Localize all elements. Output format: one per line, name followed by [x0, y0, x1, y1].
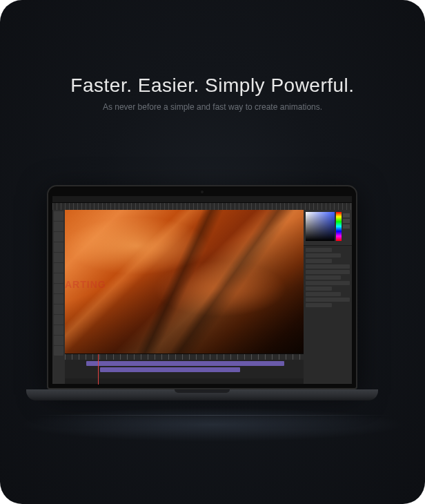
color-field[interactable]	[306, 212, 335, 241]
zoom-tool-icon[interactable]	[54, 346, 63, 356]
eraser-tool-icon[interactable]	[54, 284, 63, 293]
timeline-tracks	[65, 360, 304, 378]
laptop-mockup: ARTING	[47, 185, 378, 400]
shape-tool-icon[interactable]	[54, 325, 63, 335]
color-panel	[304, 210, 352, 246]
layer-row[interactable]	[306, 292, 341, 296]
subheadline: As never before a simple and fast way to…	[0, 102, 425, 112]
editor-app: ARTING	[52, 196, 352, 384]
playhead[interactable]	[98, 354, 99, 385]
lasso-tool-icon[interactable]	[54, 232, 63, 242]
clone-tool-icon[interactable]	[54, 273, 63, 283]
canvas-watermark: ARTING	[65, 279, 106, 290]
property-row[interactable]	[306, 253, 341, 258]
layer-row[interactable]	[306, 287, 332, 291]
hue-slider[interactable]	[336, 212, 342, 241]
headline: Faster. Easier. Simply Powerful.	[0, 75, 425, 97]
property-row[interactable]	[306, 248, 332, 252]
canvas-area[interactable]: ARTING	[65, 210, 304, 353]
marquee-tool-icon[interactable]	[54, 222, 63, 231]
right-panels	[304, 210, 352, 384]
properties-panel	[304, 246, 352, 384]
text-tool-icon[interactable]	[54, 304, 63, 314]
layer-row[interactable]	[306, 270, 350, 274]
layer-row[interactable]	[306, 298, 350, 302]
webcam-dot	[201, 191, 204, 193]
laptop-base	[26, 389, 378, 400]
gradient-tool-icon[interactable]	[54, 294, 63, 304]
property-row[interactable]	[306, 264, 350, 269]
promo-card: Faster. Easier. Simply Powerful. As neve…	[0, 0, 425, 504]
property-row[interactable]	[306, 259, 332, 263]
tool-sidebar	[52, 210, 65, 384]
laptop-screen: ARTING	[47, 185, 357, 389]
menu-bar[interactable]	[52, 196, 352, 203]
crop-tool-icon[interactable]	[54, 242, 63, 252]
hand-tool-icon[interactable]	[54, 336, 63, 345]
layer-row[interactable]	[306, 303, 332, 307]
floor-glow	[19, 407, 406, 442]
ruler-top	[52, 203, 352, 210]
brush-tool-icon[interactable]	[54, 263, 63, 273]
layer-row[interactable]	[306, 281, 350, 285]
eyedropper-tool-icon[interactable]	[54, 253, 63, 262]
timeline-footer	[65, 378, 304, 384]
timeline-panel	[65, 353, 304, 384]
layer-row[interactable]	[306, 275, 341, 280]
timeline-clip[interactable]	[86, 361, 284, 366]
swatch-column	[343, 212, 350, 243]
swatch[interactable]	[343, 213, 350, 217]
laptop-notch	[175, 389, 230, 393]
move-tool-icon[interactable]	[54, 211, 63, 221]
timeline-ruler[interactable]	[65, 354, 304, 360]
floor-line	[0, 415, 425, 416]
timeline-clip[interactable]	[100, 367, 240, 372]
swatch[interactable]	[343, 219, 350, 223]
pen-tool-icon[interactable]	[54, 315, 63, 324]
swatch[interactable]	[343, 224, 350, 229]
